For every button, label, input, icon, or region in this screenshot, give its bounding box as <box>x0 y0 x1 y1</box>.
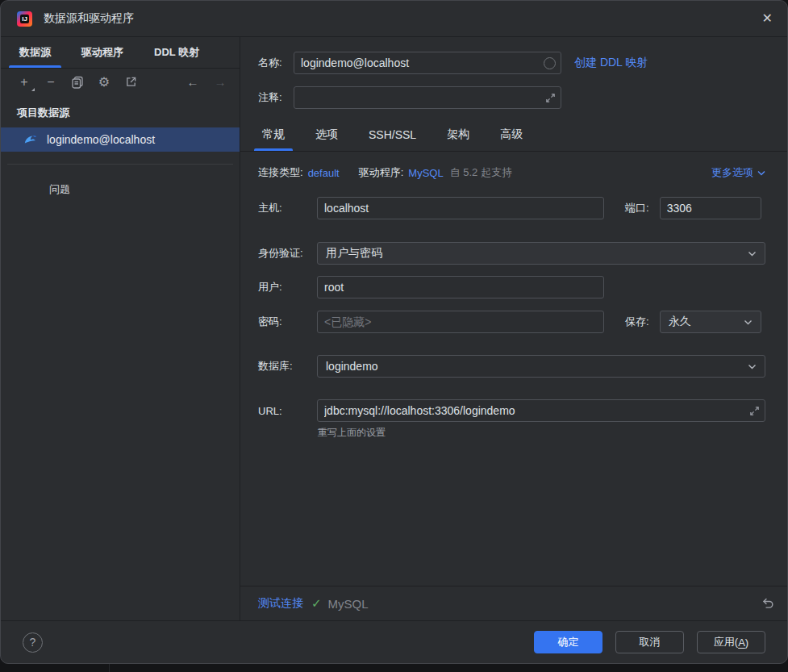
cancel-button[interactable]: 取消 <box>615 631 684 653</box>
port-label: 端口: <box>625 201 660 215</box>
test-connection-link[interactable]: 测试连接 <box>258 596 303 611</box>
tab-general[interactable]: 常规 <box>254 119 293 151</box>
tab-ssh-ssl[interactable]: SSH/SSL <box>361 119 424 151</box>
create-ddl-mapping-link[interactable]: 创建 DDL 映射 <box>574 56 648 70</box>
sidebar-toolbar: + − ⚙ ← → <box>1 69 240 95</box>
driver-link[interactable]: MySQL <box>408 167 443 179</box>
chevron-down-icon <box>757 170 765 176</box>
tab-ddl-mappings[interactable]: DDL 映射 <box>144 37 210 68</box>
refresh-name-icon[interactable] <box>544 57 556 69</box>
url-input[interactable] <box>317 399 765 422</box>
remove-icon[interactable]: − <box>44 75 58 90</box>
dialog-body: 数据源 驱动程序 DDL 映射 + − ⚙ <box>1 37 787 620</box>
add-icon[interactable]: + <box>17 75 31 90</box>
sidebar-tabs: 数据源 驱动程序 DDL 映射 <box>1 37 240 69</box>
tab-schemas[interactable]: 架构 <box>439 119 477 151</box>
settings-tabs: 常规 选项 SSH/SSL 架构 高级 <box>240 119 787 152</box>
sidebar: 数据源 驱动程序 DDL 映射 + − ⚙ <box>1 37 240 620</box>
driver-label: 驱动程序: <box>359 165 404 180</box>
comment-input[interactable] <box>294 86 561 109</box>
more-options-link[interactable]: 更多选项 <box>707 165 765 180</box>
background-behind-dialog <box>0 664 788 672</box>
tab-advanced[interactable]: 高级 <box>492 119 531 151</box>
data-sources-dialog: IJ 数据源和驱动程序 ✕ 数据源 驱动程序 DDL 映射 + − <box>0 0 788 664</box>
host-label: 主机: <box>258 201 317 215</box>
auth-label: 身份验证: <box>258 246 317 261</box>
general-tab-pane: 连接类型: default 驱动程序: MySQL 自 5.2 起支持 更多选项… <box>240 152 787 586</box>
history-nav: ← → <box>185 75 228 89</box>
expand-icon[interactable] <box>749 406 760 416</box>
user-input[interactable] <box>317 276 604 298</box>
background-panel-divider <box>109 664 110 672</box>
password-input[interactable] <box>317 311 604 333</box>
expand-icon[interactable] <box>545 93 556 103</box>
dialog-title: 数据源和驱动程序 <box>44 11 134 26</box>
back-icon[interactable]: ← <box>185 75 201 89</box>
project-data-sources-header: 项目数据源 <box>1 95 240 123</box>
apply-button[interactable]: 应用(A) <box>697 631 765 653</box>
name-comment-section: 名称: 创建 DDL 映射 注释: <box>240 37 787 110</box>
host-input[interactable] <box>317 197 604 219</box>
data-source-name: logindemo@localhost <box>47 133 155 146</box>
add-dropdown-indicator <box>31 88 35 91</box>
chevron-down-icon <box>744 319 753 325</box>
name-label: 名称: <box>258 56 294 70</box>
dialog-button-bar: ? 确定 取消 应用(A) <box>1 620 787 663</box>
tab-options[interactable]: 选项 <box>307 119 346 151</box>
database-combobox[interactable]: logindemo <box>317 355 765 378</box>
driver-note: 自 5.2 起支持 <box>450 165 512 180</box>
ok-button[interactable]: 确定 <box>534 631 602 653</box>
auth-select[interactable]: 用户与密码 <box>317 242 765 265</box>
revert-icon[interactable] <box>761 597 774 610</box>
name-input[interactable] <box>294 52 561 74</box>
driver-status-text: MySQL <box>328 597 369 611</box>
comment-label: 注释: <box>258 90 294 105</box>
tab-drivers[interactable]: 驱动程序 <box>71 37 134 68</box>
port-input[interactable] <box>660 197 761 219</box>
url-label: URL: <box>258 405 317 417</box>
password-label: 密码: <box>258 315 317 329</box>
save-label: 保存: <box>625 315 660 329</box>
chevron-down-icon <box>748 251 757 257</box>
test-connection-row: 测试连接 ✓ MySQL <box>240 586 787 620</box>
save-select[interactable]: 永久 <box>660 311 761 333</box>
close-icon[interactable]: ✕ <box>762 12 773 25</box>
tab-data-sources[interactable]: 数据源 <box>9 37 61 68</box>
problems-item[interactable]: 问题 <box>49 182 240 197</box>
open-in-new-icon[interactable] <box>123 76 138 88</box>
mysql-dolphin-icon <box>23 133 38 146</box>
check-icon: ✓ <box>311 596 322 611</box>
url-override-hint: 重写上面的设置 <box>317 426 765 440</box>
user-label: 用户: <box>258 280 317 294</box>
forward-icon[interactable]: → <box>212 75 228 89</box>
duplicate-icon[interactable] <box>70 76 85 89</box>
chevron-down-icon <box>748 364 757 369</box>
settings-gear-icon[interactable]: ⚙ <box>97 74 111 90</box>
intellij-logo-icon: IJ <box>17 11 32 27</box>
database-label: 数据库: <box>258 359 317 374</box>
data-source-list-item[interactable]: logindemo@localhost <box>1 127 240 152</box>
connection-type-label: 连接类型: <box>258 165 303 180</box>
connection-type-value[interactable]: default <box>308 167 340 179</box>
sidebar-divider <box>7 164 233 165</box>
help-icon[interactable]: ? <box>23 632 43 653</box>
dialog-titlebar: IJ 数据源和驱动程序 ✕ <box>1 1 787 37</box>
main-panel: 名称: 创建 DDL 映射 注释: <box>240 37 787 620</box>
